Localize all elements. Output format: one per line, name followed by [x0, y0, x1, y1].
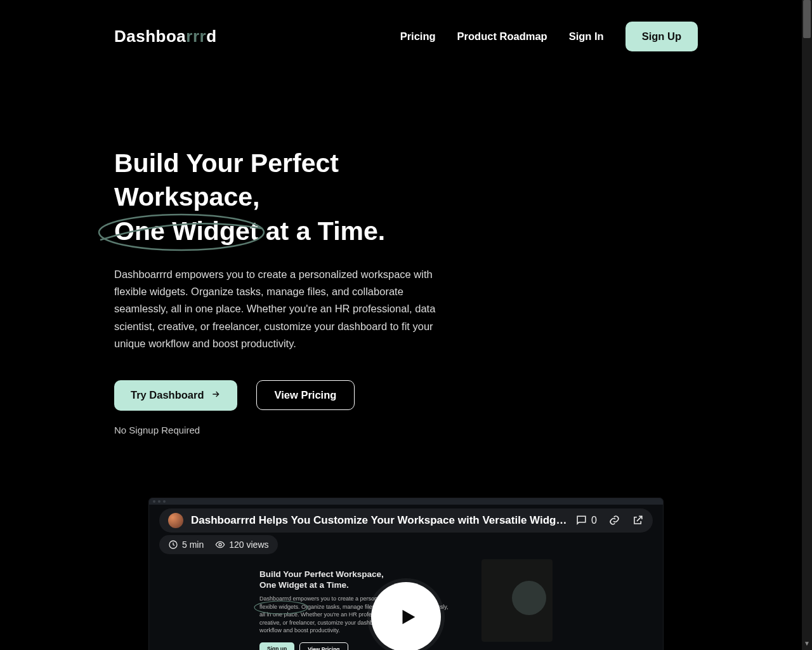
scroll-thumb[interactable]	[803, 0, 811, 38]
nav-sign-in[interactable]: Sign In	[569, 30, 604, 43]
video-card[interactable]: Build Your Perfect Workspace, One Widget…	[148, 498, 664, 650]
hero-section: Build Your Perfect Workspace, One Widget…	[114, 147, 698, 435]
hero-title-rest: at a Time.	[258, 216, 385, 246]
view-pricing-label: View Pricing	[275, 389, 337, 401]
svg-point-0	[708, 0, 784, 32]
nav-product-roadmap[interactable]: Product Roadmap	[457, 30, 547, 43]
link-icon	[608, 514, 620, 526]
arrow-right-icon	[211, 389, 221, 402]
svg-point-11	[689, 321, 790, 372]
svg-point-9	[708, 340, 784, 372]
comment-icon	[575, 514, 587, 526]
brand-logo[interactable]: Dashboarrrd	[114, 27, 217, 46]
hero-title: Build Your Perfect Workspace, One Widget…	[114, 147, 469, 248]
sign-up-label: Sign Up	[642, 30, 681, 43]
video-duration: 5 min	[168, 540, 204, 550]
mini-scribble-icon	[252, 599, 310, 616]
video-open-external[interactable]	[632, 514, 644, 526]
brand-part1: Dashboa	[114, 27, 186, 46]
hero-title-line1: Build Your Perfect Workspace,	[114, 149, 339, 211]
video-comments[interactable]: 0	[575, 514, 597, 526]
brand-part3: d	[206, 27, 216, 46]
nav-pricing[interactable]: Pricing	[400, 30, 436, 43]
video-window-bar	[149, 498, 663, 505]
svg-point-21	[219, 543, 221, 546]
eye-icon	[215, 540, 225, 550]
mini-signup-button: Sign up	[259, 642, 294, 650]
svg-point-2	[689, 0, 790, 51]
scroll-down-icon[interactable]: ▼	[802, 640, 812, 650]
try-dashboard-label: Try Dashboard	[131, 389, 204, 401]
hero-title-highlight: One Widget	[114, 216, 258, 246]
hero-body: Dashboarrrd empowers you to create a per…	[114, 266, 450, 352]
clock-icon	[168, 540, 178, 550]
video-views: 120 views	[215, 540, 268, 550]
main-nav: Pricing Product Roadmap Sign In Sign Up	[400, 22, 698, 51]
video-copy-link[interactable]	[608, 514, 620, 526]
video-play-button[interactable]	[371, 582, 441, 650]
video-comments-count: 0	[591, 515, 597, 526]
external-link-icon	[632, 514, 644, 526]
svg-point-10	[698, 331, 790, 372]
video-author-avatar[interactable]	[168, 513, 183, 528]
mini-art-panel	[481, 559, 553, 642]
video-meta-bar: 5 min 120 views	[159, 535, 278, 554]
hero-cta-row: Try Dashboard View Pricing	[114, 380, 698, 411]
mini-pricing-button: View Pricing	[299, 642, 348, 650]
svg-point-19	[254, 601, 308, 614]
video-title: Dashboarrrd Helps You Customize Your Wor…	[191, 514, 568, 527]
video-section: Build Your Perfect Workspace, One Widget…	[114, 498, 698, 650]
view-pricing-button[interactable]: View Pricing	[256, 380, 355, 410]
video-header-bar: Dashboarrrd Helps You Customize Your Wor…	[159, 508, 653, 533]
svg-point-1	[698, 0, 790, 41]
brand-part-accent: rrr	[186, 27, 206, 46]
try-dashboard-button[interactable]: Try Dashboard	[114, 380, 237, 411]
sign-up-button[interactable]: Sign Up	[625, 22, 698, 51]
site-header: Dashboarrrd Pricing Product Roadmap Sign…	[114, 0, 698, 51]
decorative-circle	[691, 108, 790, 251]
page-scrollbar[interactable]: ▲ ▼	[802, 0, 812, 650]
play-icon	[397, 606, 419, 628]
hero-subnote: No Signup Required	[114, 425, 698, 435]
